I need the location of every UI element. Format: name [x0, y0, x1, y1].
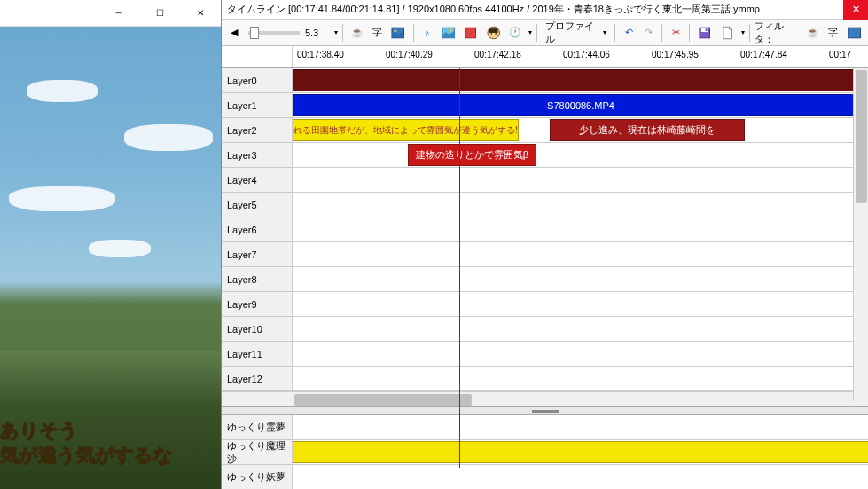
- timeline-ruler[interactable]: 00:17:38.40 00:17:40.29 00:17:42.18 00:1…: [222, 46, 868, 68]
- filter-label: フィルタ：: [755, 20, 802, 46]
- minimize-button[interactable]: ─: [98, 0, 139, 27]
- clip-voice[interactable]: [293, 441, 868, 463]
- maximize-button[interactable]: ☐: [139, 0, 180, 27]
- svg-rect-6: [489, 28, 498, 33]
- svg-rect-11: [706, 28, 708, 31]
- cut-icon[interactable]: ✂: [667, 23, 684, 43]
- clock-icon[interactable]: 🕐: [505, 23, 525, 43]
- dropdown-icon[interactable]: ▾: [528, 28, 532, 36]
- save-icon[interactable]: [694, 23, 715, 43]
- timeline-titlebar: タイムライン [00:17:41.84/00:21:14.81] / 1920x…: [222, 0, 868, 20]
- cup-icon[interactable]: ☕: [348, 23, 367, 43]
- image-icon[interactable]: [387, 23, 408, 43]
- clip-video[interactable]: S7800086.MP4: [293, 94, 868, 116]
- collapse-icon[interactable]: ◀: [225, 23, 243, 43]
- clip-text[interactable]: 建物の造りとかで雰囲気β: [408, 144, 536, 166]
- preview-titlebar: ─ ☐ ✕: [0, 0, 221, 27]
- music-icon[interactable]: ♪: [418, 23, 436, 43]
- preview-video: ありそう 気が違う気がするな: [0, 27, 221, 489]
- timeline-toolbar: ◀ 5.3 ▾ ☕ 字 ♪ 🕐 ▾ プロファイル▾ ↶ ↷ ✂ ▾ フィルタ： …: [222, 20, 868, 46]
- svg-rect-12: [848, 28, 861, 38]
- preview-pane: ─ ☐ ✕ ありそう 気が違う気がするな: [0, 0, 221, 489]
- text-icon[interactable]: 字: [368, 23, 386, 43]
- layer-label[interactable]: Layer5: [222, 193, 293, 217]
- voice-track-label[interactable]: ゆっくり霊夢: [222, 415, 293, 439]
- dropdown-icon[interactable]: ▾: [741, 28, 745, 36]
- filter-image-icon[interactable]: [844, 23, 864, 43]
- layer-label[interactable]: Layer12: [222, 367, 293, 390]
- ruler-tick: 00:17:38.40: [297, 50, 344, 59]
- ruler-tick: 00:17:44.06: [563, 50, 610, 59]
- ruler-tick: 00:17: [829, 50, 851, 59]
- layer-label[interactable]: Layer10: [222, 317, 293, 341]
- filter-text-icon[interactable]: 字: [825, 23, 842, 43]
- timeline-pane: タイムライン [00:17:41.84/00:21:14.81] / 1920x…: [221, 0, 868, 489]
- ruler-tick: 00:17:40.29: [386, 50, 433, 59]
- layer-label[interactable]: Layer0: [222, 68, 293, 92]
- clip-text[interactable]: 少し進み、現在は林崎藤崎間を: [550, 119, 745, 141]
- object-icon[interactable]: [460, 23, 481, 43]
- dropdown-icon[interactable]: ▾: [334, 28, 338, 36]
- redo-icon[interactable]: ↷: [639, 23, 657, 43]
- timeline-close-button[interactable]: ✕: [843, 0, 868, 20]
- ruler-tick: 00:17:42.18: [474, 50, 521, 59]
- voice-track-label[interactable]: ゆっくり妖夢: [222, 465, 293, 489]
- pane-divider[interactable]: [222, 406, 868, 415]
- layer-label[interactable]: Layer7: [222, 242, 293, 266]
- svg-rect-4: [465, 28, 476, 38]
- timeline-title-text: タイムライン [00:17:41.84/00:21:14.81] / 1920x…: [227, 3, 760, 16]
- face-icon[interactable]: [483, 23, 504, 43]
- svg-point-8: [495, 33, 497, 35]
- undo-icon[interactable]: ↶: [620, 23, 637, 43]
- layer-label[interactable]: Layer1: [222, 93, 293, 117]
- clip-text[interactable]: れる田園地帯だが、地域によって雰囲気が違う気がする!: [293, 119, 519, 141]
- layer-label[interactable]: Layer3: [222, 143, 293, 167]
- profile-dropdown[interactable]: プロファイル▾: [542, 23, 611, 43]
- zoom-value: 5.3: [305, 28, 331, 38]
- layer-label[interactable]: Layer2: [222, 118, 293, 142]
- playhead[interactable]: [459, 68, 460, 468]
- layer-label[interactable]: Layer8: [222, 267, 293, 291]
- layer-label[interactable]: Layer9: [222, 292, 293, 316]
- svg-point-7: [490, 33, 492, 35]
- scrollbar-horizontal[interactable]: [222, 391, 868, 406]
- voice-track-label[interactable]: ゆっくり魔理沙: [222, 440, 293, 464]
- scrollbar-vertical[interactable]: [853, 68, 868, 401]
- tracks-area: Layer0 Layer1S7800086.MP4 Layer2 れる田園地帯だ…: [222, 68, 868, 489]
- svg-point-3: [450, 28, 452, 31]
- document-icon[interactable]: [717, 23, 738, 43]
- picture-icon[interactable]: [438, 23, 458, 43]
- preview-subtitle: ありそう 気が違う気がするな: [0, 418, 173, 467]
- zoom-slider[interactable]: [248, 31, 300, 35]
- ruler-tick: 00:17:47.84: [740, 50, 787, 59]
- layer-label[interactable]: Layer6: [222, 217, 293, 241]
- ruler-tick: 00:17:45.95: [652, 50, 699, 59]
- layer-label[interactable]: Layer11: [222, 342, 293, 366]
- filter-cup-icon[interactable]: ☕: [803, 23, 823, 43]
- layer-label[interactable]: Layer4: [222, 168, 293, 192]
- clip[interactable]: [293, 69, 868, 91]
- close-button[interactable]: ✕: [180, 0, 221, 27]
